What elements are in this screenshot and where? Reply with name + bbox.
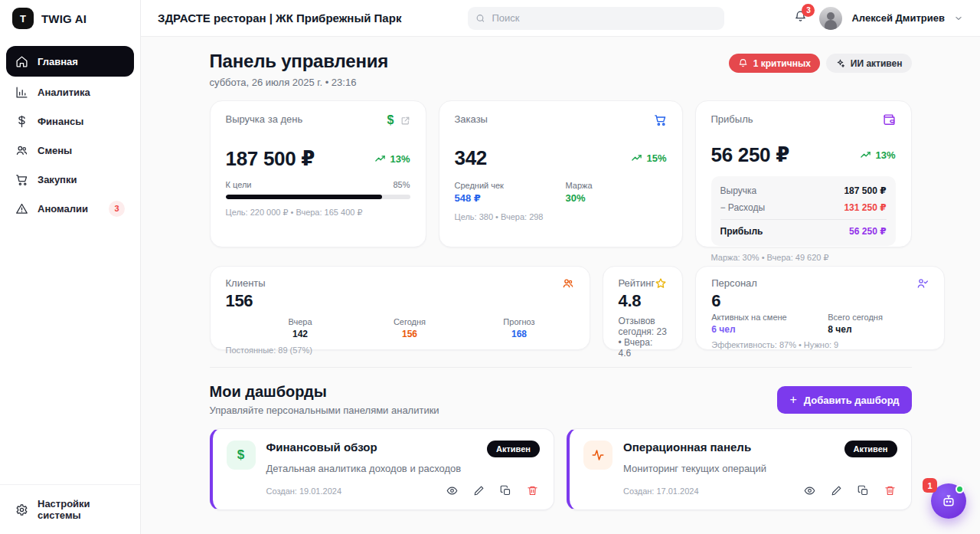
sidebar-item-finance[interactable]: Финансы <box>6 107 134 135</box>
profit-breakdown: Выручка 187 500 ₽ − Расходы 131 250 ₽ Пр… <box>711 176 896 246</box>
star-icon <box>655 277 667 290</box>
users-icon <box>15 144 28 157</box>
avatar[interactable] <box>819 7 842 30</box>
trending-up-icon <box>631 152 642 164</box>
anomalies-badge: 3 <box>109 201 125 217</box>
staff-footer: Эффективность: 87% • Нужно: 9 <box>711 340 929 349</box>
kpi-row-2: Клиенты 156 Вчера 142 Сегодня 156 <box>210 266 912 350</box>
revenue-progress-fill <box>226 195 383 199</box>
edit-button[interactable] <box>829 483 844 498</box>
rating-card: Рейтинг 4.8 Отзывов сегодня: 23 • Вчера:… <box>603 266 684 350</box>
profit-trend: 13% <box>860 149 895 161</box>
sidebar-item-label: Аналитика <box>38 87 90 98</box>
sidebar: T TWIG AI Главная Аналитика Финансы Смен… <box>0 0 141 534</box>
search-box[interactable] <box>468 7 724 30</box>
view-button[interactable] <box>445 483 459 498</box>
sidebar-item-label: Смены <box>38 145 72 156</box>
dashboards-section-head: Мои дашборды Управляйте персональными па… <box>210 383 912 416</box>
sidebar-footer: Настройки системы <box>0 484 140 534</box>
sidebar-item-label: Финансы <box>38 116 83 127</box>
goal-label: К цели <box>226 180 252 189</box>
trash-icon <box>527 485 538 496</box>
page-subtitle: суббота, 26 июля 2025 г. • 23:16 <box>210 77 389 88</box>
dollar-icon <box>15 115 28 128</box>
clients-value: 156 <box>226 291 574 311</box>
sparkles-icon <box>835 58 845 68</box>
pencil-icon <box>831 485 842 496</box>
avg-check-label: Средний чек <box>455 181 566 190</box>
profit-footer: Маржа: 30% • Вчера: 49 620 ₽ <box>711 253 896 263</box>
edit-button[interactable] <box>472 483 486 498</box>
copy-icon <box>858 485 869 496</box>
duplicate-button[interactable] <box>856 483 871 498</box>
page-content: Панель управления суббота, 26 июля 2025 … <box>141 37 980 534</box>
table-row: Прибыль 56 250 ₽ <box>720 219 887 240</box>
chevron-down-icon[interactable] <box>954 14 963 23</box>
revenue-footer: Цель: 220 000 ₽ • Вчера: 165 400 ₽ <box>226 208 410 218</box>
profit-value: 56 250 ₽ <box>711 143 789 167</box>
delete-button[interactable] <box>525 483 540 498</box>
search-input[interactable] <box>492 12 717 24</box>
rating-footer: Отзывов сегодня: 23 • Вчера: 4.6 <box>619 316 668 359</box>
gear-icon <box>15 503 28 516</box>
goal-percent: 85% <box>393 180 410 189</box>
copy-icon <box>500 485 511 496</box>
clients-stats: Вчера 142 Сегодня 156 Прогноз 168 <box>226 317 574 339</box>
card-title: Клиенты <box>226 277 266 289</box>
page-head: Панель управления суббота, 26 июля 2025 … <box>210 51 912 88</box>
users-icon <box>562 277 574 290</box>
online-status-dot <box>956 485 964 493</box>
ai-badge-label: ИИ активен <box>851 58 903 69</box>
status-badge: Активен <box>844 441 897 457</box>
dashboard-card-operations[interactable]: Операционная панель Активен Мониторинг т… <box>567 428 912 510</box>
staff-value: 6 <box>711 291 929 311</box>
clients-footer: Постоянные: 89 (57%) <box>226 346 574 355</box>
assistant-badge: 1 <box>923 478 937 493</box>
dashboards-grid: $ Финансовый обзор Активен Детальная ана… <box>210 428 912 534</box>
dashboard-created: Создан: 19.01.2024 <box>266 486 342 496</box>
critical-alerts-badge[interactable]: 1 критичных <box>729 54 820 73</box>
external-link-icon[interactable] <box>400 116 410 126</box>
sidebar-item-settings[interactable]: Настройки системы <box>6 496 134 523</box>
card-title: Прибыль <box>711 113 753 125</box>
restaurant-title: ЗДРАСТЕ ресторан | ЖК Прибрежный Парк <box>158 11 401 25</box>
bar-chart-icon <box>15 86 28 99</box>
revenue-progress <box>226 195 410 199</box>
duplicate-button[interactable] <box>498 483 513 498</box>
sidebar-item-anomalies[interactable]: Аномалии 3 <box>6 195 134 222</box>
card-title: Рейтинг <box>619 277 655 289</box>
view-button[interactable] <box>802 483 817 498</box>
delete-button[interactable] <box>883 483 897 498</box>
table-row: Выручка 187 500 ₽ <box>720 182 887 199</box>
sidebar-item-label: Закупки <box>38 174 77 185</box>
user-name: Алексей Дмитриев <box>851 12 945 24</box>
notifications-badge: 3 <box>802 4 815 17</box>
dashboards-subtitle: Управляйте персональными панелями аналит… <box>210 405 439 416</box>
sidebar-item-procurement[interactable]: Закупки <box>6 165 134 193</box>
sidebar-item-label: Главная <box>38 56 78 67</box>
status-badge: Активен <box>487 441 540 457</box>
dashboard-description: Мониторинг текущих операций <box>623 463 897 474</box>
dashboards-title: Мои дашборды <box>210 383 439 401</box>
avg-check-value: 548 ₽ <box>455 192 566 204</box>
notifications-button[interactable]: 3 <box>791 7 810 29</box>
rating-value: 4.8 <box>619 291 668 311</box>
sidebar-item-shifts[interactable]: Смены <box>6 136 134 164</box>
cart-icon <box>654 113 667 126</box>
sidebar-item-analytics[interactable]: Аналитика <box>6 78 134 106</box>
add-dashboard-button[interactable]: + Добавить дашборд <box>777 386 911 414</box>
plus-icon: + <box>789 394 796 406</box>
add-dashboard-label: Добавить дашборд <box>804 395 900 406</box>
staff-card: Персонал 6 Активных на смене 6 чел Всего… <box>695 266 945 350</box>
app-window: T TWIG AI Главная Аналитика Финансы Смен… <box>0 0 980 534</box>
search-icon <box>475 13 485 24</box>
brand-logo: T <box>12 8 34 29</box>
dashboard-card-finance[interactable]: $ Финансовый обзор Активен Детальная ана… <box>210 428 555 510</box>
home-icon <box>15 55 28 68</box>
sidebar-item-home[interactable]: Главная <box>6 46 134 77</box>
wallet-icon <box>883 113 896 126</box>
sidebar-item-label: Аномалии <box>38 203 88 215</box>
pencil-icon <box>473 485 485 496</box>
dashboard-description: Детальная аналитика доходов и расходов <box>266 463 541 474</box>
eye-icon <box>804 485 815 496</box>
